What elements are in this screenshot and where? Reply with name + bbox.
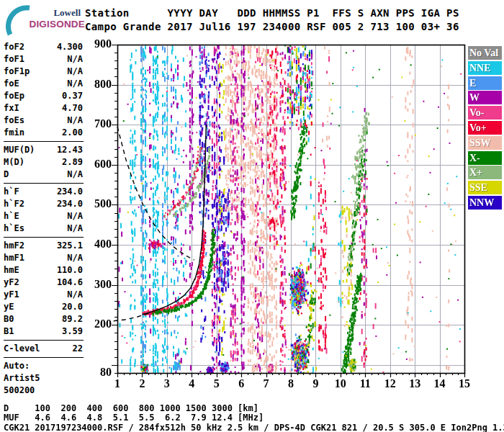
y-tick-label: 700 bbox=[87, 117, 112, 130]
y-tick-label: 500 bbox=[87, 197, 112, 210]
x-tick-label: 4 bbox=[181, 377, 202, 390]
x-tick-label: 5 bbox=[206, 377, 228, 390]
digisonde-ionogram-screen: Lowell DIGISONDE Station YYYY DAY DDD HH… bbox=[0, 0, 504, 432]
legend-item-sse: SSE bbox=[468, 181, 502, 194]
x-tick-label: 15 bbox=[454, 377, 475, 390]
legend-item-x+: X+ bbox=[468, 166, 502, 179]
muf-frequency-row: MUF 4.6 4.6 4.8 5.1 5.5 6.2 7.9 12.4 [MH… bbox=[4, 413, 264, 423]
legend-item-nne: NNE bbox=[468, 61, 502, 75]
y-tick-label: 900 bbox=[87, 37, 112, 50]
status-line: CGK21_2017197234000.RSF / 284fx512h 50 k… bbox=[4, 423, 504, 432]
legend-item-vo-: Vo- bbox=[468, 106, 502, 120]
x-tick-label: 7 bbox=[256, 377, 277, 390]
ionogram-plot-canvas bbox=[0, 0, 504, 432]
x-tick-label: 12 bbox=[379, 377, 401, 390]
y-tick-label: 300 bbox=[87, 278, 112, 291]
legend-item-x-: X- bbox=[468, 151, 502, 165]
x-tick-label: 11 bbox=[354, 377, 376, 390]
x-tick-label: 2 bbox=[131, 377, 153, 390]
y-tick-label: 800 bbox=[87, 78, 112, 91]
x-tick-label: 14 bbox=[429, 377, 451, 390]
y-tick-label: 400 bbox=[87, 238, 112, 251]
legend-item-nnw: NNW bbox=[468, 196, 502, 210]
x-tick-label: 8 bbox=[280, 377, 302, 390]
x-tick-label: 1 bbox=[107, 377, 128, 390]
x-tick-label: 3 bbox=[156, 377, 178, 390]
y-tick-label: 600 bbox=[87, 158, 112, 171]
legend-item-w: W bbox=[468, 91, 502, 104]
x-tick-label: 9 bbox=[305, 377, 326, 390]
x-tick-label: 10 bbox=[330, 377, 351, 390]
legend-item-ssw: SSW bbox=[468, 136, 502, 150]
legend-item-no-val: No Val bbox=[468, 46, 502, 60]
legend-item-e: E bbox=[468, 76, 502, 90]
x-tick-label: 6 bbox=[230, 377, 252, 390]
x-tick-label: 13 bbox=[404, 377, 426, 390]
y-tick-label: 200 bbox=[87, 318, 112, 330]
legend-item-vo+: Vo+ bbox=[468, 121, 502, 135]
